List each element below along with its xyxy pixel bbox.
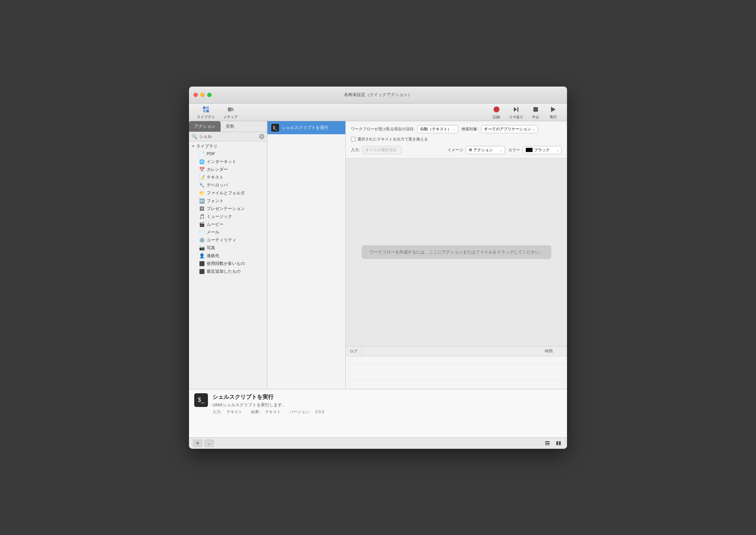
action-info: $_ シェルスクリプトを実行 UNIXシェルスクリプトを実行します。 入力: テ… [194,393,562,415]
column-view-button[interactable] [554,439,563,447]
sidebar-item-utilities[interactable]: ⚙️ ユーティリティ [189,236,267,244]
media-button[interactable]: メディア [221,103,240,121]
sidebar-item-presentation[interactable]: 🖼 プレゼンテーション [189,205,267,212]
calendar-icon: 📅 [199,167,205,172]
image-select[interactable]: ⚙ アクション ⌄ [466,146,505,154]
list-view-button[interactable] [543,439,552,447]
search-target-label: 検索対象: [462,127,478,132]
svg-rect-2 [203,110,206,112]
sidebar-item-label: 写真 [207,245,215,251]
chevron-down-icon: ⌄ [453,127,455,131]
stop-button[interactable]: 中止 [527,103,544,121]
library-parent[interactable]: ▼ ライブラリ [189,143,267,150]
sidebar-item-contacts[interactable]: 👤 連絡先 [189,252,267,260]
sidebar-item-label: ムービー [207,221,224,227]
sidebar-item-label: デベロッパ [207,182,228,188]
main-area: アクション 変数 🔍 ✕ ▼ ライブラリ 📄 PDF 🌐 イン [189,121,567,389]
svg-point-7 [494,106,500,112]
input-label: 入力: [351,147,360,153]
sidebar-item-fonts[interactable]: 🔤 フォント [189,197,267,205]
tab-variables[interactable]: 変数 [221,121,240,132]
result-item[interactable]: $_ シェルスクリプトを実行 [267,121,345,134]
sidebar-item-popular[interactable]: ⬛ 使用回数が多いもの [189,260,267,268]
library-button[interactable]: ライブラリ [194,103,217,121]
image-value: ⚙ アクション [469,147,493,153]
step-icon [511,105,521,114]
replace-checkbox[interactable] [351,137,356,141]
step-button[interactable]: コマ送り [506,103,526,121]
log-row [346,373,567,381]
stop-icon [531,105,540,114]
record-button[interactable]: 記録 [488,103,505,121]
toolbar-right: 記録 コマ送り 中止 [488,103,562,121]
svg-marker-8 [514,107,517,112]
developer-icon: 🔧 [199,182,205,188]
run-button[interactable]: 実行 [545,103,562,121]
action-title: シェルスクリプトを実行 [212,393,332,401]
sidebar-item-label: 最近追加したもの [207,268,241,274]
gear-icon: ⚙ [196,441,200,445]
sidebar-item-mail[interactable]: ✉️ メール [189,228,267,236]
svg-rect-13 [545,443,550,444]
log-row [346,381,567,389]
chevron-down-icon: ⌄ [500,148,502,152]
close-button[interactable] [194,93,198,97]
bottom-footer: ⚙ ⌄ [189,437,567,449]
sidebar-item-files[interactable]: 📁 ファイルとフォルダ [189,189,267,197]
sidebar-item-photos[interactable]: 📷 写真 [189,244,267,252]
sidebar-item-label: フォント [207,198,224,204]
search-clear-button[interactable]: ✕ [259,134,264,139]
step-label: コマ送り [509,115,523,120]
sidebar-item-label: ファイルとフォルダ [207,190,245,196]
svg-rect-15 [556,441,558,445]
workflow-value: 自動（テキスト） [420,127,451,132]
search-bar: 🔍 ✕ [189,132,267,141]
workflow-canvas[interactable]: ワークフローを作成するには、ここにアクションまたはファイルをドラッグしてください… [346,158,567,346]
sidebar-item-music[interactable]: 🎵 ミュージック [189,212,267,220]
svg-rect-1 [206,106,209,109]
maximize-button[interactable] [207,93,211,97]
tab-actions[interactable]: アクション [189,121,221,132]
result-meta: 結果: テキスト [251,409,285,414]
action-meta: 入力: テキスト 結果: テキスト バージョン: 2.0.3 [212,409,332,415]
color-select[interactable]: ブラック ⌄ [523,146,562,154]
log-header: ログ 時間 [346,347,567,356]
sidebar-item-label: メール [207,229,219,235]
search-input[interactable] [199,134,257,139]
sidebar-item-calendar[interactable]: 📅 カレンダー [189,166,267,173]
settings-button[interactable]: ⚙ [193,439,202,447]
color-swatch [526,148,533,152]
chevron-down-icon: ⌄ [532,127,535,131]
workflow-select[interactable]: 自動（テキスト） ⌄ [417,125,458,133]
sidebar-item-text[interactable]: 📝 テキスト [189,173,267,181]
sidebar-item-label: 連絡先 [207,253,219,259]
sidebar-item-internet[interactable]: 🌐 インターネット [189,158,267,166]
stop-label: 中止 [532,115,539,120]
color-row: カラー ブラック ⌄ [508,146,562,154]
sidebar-item-recent[interactable]: ⬛ 最近追加したもの [189,268,267,275]
results-list: $_ シェルスクリプトを実行 [267,121,346,389]
sidebar-item-label: PDF [207,151,215,156]
checkbox-label: 選択されたテキストを出力で置き換える [358,136,428,142]
log-col-time: 時間 [541,347,567,356]
sidebar-item-developer[interactable]: 🔧 デベロッパ [189,181,267,189]
search-target-select[interactable]: すべてのアプリケーション ⌄ [481,125,538,133]
svg-rect-9 [517,107,518,112]
sidebar-item-movies[interactable]: 🎬 ムービー [189,220,267,228]
result-item-icon: $_ [271,124,279,132]
workflow-label: ワークフローが受け取る現在の項目: [351,127,415,132]
sidebar-item-pdf[interactable]: 📄 PDF [189,150,267,158]
photos-icon: 📷 [199,245,205,251]
sidebar-tabs: アクション 変数 [189,121,267,132]
run-icon [549,105,558,114]
mail-icon: ✉️ [199,229,205,235]
svg-rect-14 [545,444,550,445]
result-item-label: シェルスクリプトを実行 [282,125,328,131]
expand-button[interactable]: ⌄ [205,439,214,447]
svg-marker-11 [551,107,555,112]
traffic-lights [189,93,216,97]
minimize-button[interactable] [201,93,205,97]
utilities-icon: ⚙️ [199,237,205,243]
workflow-config: ワークフローが受け取る現在の項目: 自動（テキスト） ⌄ 検索対象: すべてのア… [346,121,567,158]
titlebar: 名称未設定（クイックアクション） [189,87,567,103]
